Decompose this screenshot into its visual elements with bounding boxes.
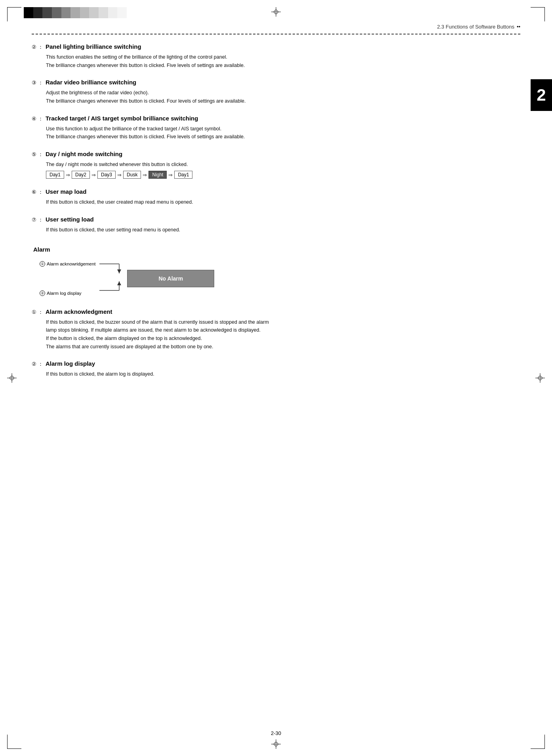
alarm-arrows-svg <box>99 261 127 296</box>
section7-title-row: ⑦ ： User setting load <box>32 216 520 223</box>
section4-line2: The brilliance changes whenever this but… <box>46 133 520 141</box>
alarm-sub1-line2: lamp stops blinking. If multiple alarms … <box>46 326 520 334</box>
section6-num: ⑥ <box>32 189 36 195</box>
arrow3: ⇒ <box>117 172 122 178</box>
svg-marker-14 <box>117 269 121 273</box>
alarm-sub1-num: ① <box>32 309 36 315</box>
alarm-sub1-body: If this button is clicked, the buzzer so… <box>46 318 520 351</box>
section6-colon: ： <box>38 189 43 196</box>
alarm-label2-circle: ② <box>40 290 45 296</box>
section2-title: Panel lighting brilliance switching <box>46 43 141 50</box>
section7-body: If this button is clicked, the user sett… <box>46 226 520 234</box>
alarm-labels: ① Alarm acknowridgement ② Alarm log disp… <box>40 261 95 296</box>
main-content: 2.3 Functions of Software Buttons •• ② ：… <box>32 24 520 388</box>
alarm-sub1-line1: If this button is clicked, the buzzer so… <box>46 318 520 326</box>
alarm-button[interactable]: No Alarm <box>127 270 214 287</box>
crosshair-right <box>535 373 545 383</box>
flow-day2: Day2 <box>72 171 90 179</box>
alarm-sub2-line1: If this button is clicked, the alarm log… <box>46 370 520 378</box>
section6-line1: If this button is clicked, the user crea… <box>46 198 520 206</box>
section2-title-row: ② ： Panel lighting brilliance switching <box>32 43 520 51</box>
section-user-setting: ⑦ ： User setting load If this button is … <box>32 216 520 234</box>
section4-line1: Use this function to adjust the brillian… <box>46 125 520 133</box>
corner-mark-bl <box>7 735 21 749</box>
header-title: 2.3 Functions of Software Buttons <box>437 24 514 30</box>
arrow2: ⇒ <box>91 172 96 178</box>
section4-num: ④ <box>32 116 36 122</box>
alarm-subsection1: ① ： Alarm acknowledgment If this button … <box>32 308 520 351</box>
alarm-diagram: ① Alarm acknowridgement ② Alarm log disp… <box>40 261 520 296</box>
section2-line2: The brilliance changes whenever this but… <box>46 61 520 70</box>
corner-mark-br <box>531 735 545 749</box>
section-tracked-target: ④ ： Tracked target / AIS target symbol b… <box>32 115 520 141</box>
section5-body: The day / night mode is switched wheneve… <box>46 160 520 169</box>
alarm-subsection2: ② ： Alarm log display If this button is … <box>32 360 520 378</box>
section5-title-row: ⑤ ： Day / night mode switching <box>32 151 520 158</box>
section3-title: Radar video brilliance switching <box>46 79 136 86</box>
corner-mark-tr <box>531 7 545 21</box>
section7-num: ⑦ <box>32 217 36 223</box>
corner-mark-tl <box>7 7 21 21</box>
arrow4: ⇒ <box>143 172 147 178</box>
alarm-sub1-title: Alarm acknowledgment <box>46 308 112 315</box>
crosshair-bottom <box>271 739 281 749</box>
svg-marker-17 <box>117 281 121 285</box>
alarm-label1-circle: ① <box>40 261 45 267</box>
header-dots: •• <box>517 24 520 30</box>
crosshair-top <box>271 7 281 17</box>
alarm-sub2-title: Alarm log display <box>46 360 95 367</box>
section3-title-row: ③ ： Radar video brilliance switching <box>32 79 520 86</box>
section4-title: Tracked target / AIS target symbol brill… <box>46 115 198 122</box>
section-user-map: ⑥ ： User map load If this button is clic… <box>32 188 520 206</box>
section5-colon: ： <box>38 151 43 158</box>
section-panel-lighting: ② ： Panel lighting brilliance switching … <box>32 43 520 69</box>
section3-num: ③ <box>32 80 36 86</box>
section7-title: User setting load <box>46 216 94 223</box>
section2-num: ② <box>32 44 36 50</box>
section6-body: If this button is clicked, the user crea… <box>46 198 520 206</box>
alarm-sub2-body: If this button is clicked, the alarm log… <box>46 370 520 378</box>
section3-line2: The brilliance changes whenever this but… <box>46 97 520 105</box>
alarm-section: Alarm ① Alarm acknowridgement ② Alarm lo… <box>32 246 520 378</box>
flow-day1-end: Day1 <box>174 171 192 179</box>
section7-colon: ： <box>38 216 43 223</box>
section6-title-row: ⑥ ： User map load <box>32 188 520 196</box>
alarm-sub2-num: ② <box>32 361 36 367</box>
alarm-section-title: Alarm <box>32 246 520 253</box>
alarm-sub1-title-row: ① ： Alarm acknowledgment <box>32 308 520 316</box>
flow-night: Night <box>148 171 167 179</box>
section2-line1: This function enables the setting of the… <box>46 53 520 61</box>
flow-day3: Day3 <box>97 171 116 179</box>
chapter-tab: 2 <box>531 79 552 111</box>
section5-num: ⑤ <box>32 151 36 157</box>
alarm-sub1-line3: If the button is clicked, the alarm disp… <box>46 334 520 343</box>
section2-colon: ： <box>38 44 43 51</box>
section-day-night: ⑤ ： Day / night mode switching The day /… <box>32 151 520 179</box>
section5-line1: The day / night mode is switched wheneve… <box>46 160 520 169</box>
header-divider <box>32 34 520 34</box>
alarm-label1: ① Alarm acknowridgement <box>40 261 95 267</box>
alarm-sub2-colon: ： <box>38 361 43 368</box>
section4-body: Use this function to adjust the brillian… <box>46 125 520 141</box>
alarm-sub1-line4: The alarms that are currently issued are… <box>46 343 520 351</box>
section2-body: This function enables the setting of the… <box>46 53 520 69</box>
alarm-sub1-colon: ： <box>38 309 43 316</box>
crosshair-left <box>7 373 17 383</box>
arrow1: ⇒ <box>66 172 70 178</box>
section6-title: User map load <box>46 188 86 195</box>
section-radar-video: ③ ： Radar video brilliance switching Adj… <box>32 79 520 105</box>
alarm-label2-text: Alarm log display <box>47 291 82 296</box>
alarm-sub2-title-row: ② ： Alarm log display <box>32 360 520 368</box>
alarm-button-text: No Alarm <box>159 275 183 282</box>
day-night-flow: Day1 ⇒ Day2 ⇒ Day3 ⇒ Dusk ⇒ Night ⇒ Day1 <box>46 171 520 179</box>
alarm-label2: ② Alarm log display <box>40 290 95 296</box>
section5-title: Day / night mode switching <box>46 151 122 157</box>
section3-body: Adjust the brightness of the radar video… <box>46 89 520 105</box>
grayscale-bar <box>24 7 127 18</box>
section4-title-row: ④ ： Tracked target / AIS target symbol b… <box>32 115 520 122</box>
section7-line1: If this button is clicked, the user sett… <box>46 226 520 234</box>
page-header: 2.3 Functions of Software Buttons •• <box>32 24 520 31</box>
alarm-label1-text: Alarm acknowridgement <box>47 262 95 266</box>
section4-colon: ： <box>38 115 43 122</box>
section3-line1: Adjust the brightness of the radar video… <box>46 89 520 97</box>
